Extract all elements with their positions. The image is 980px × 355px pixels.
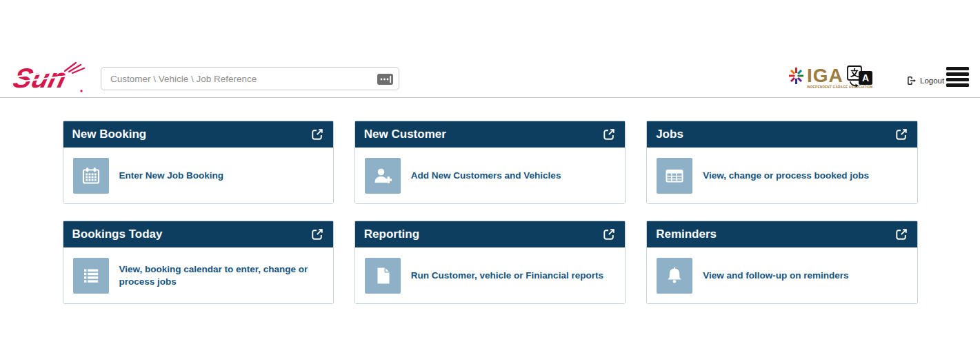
card-reporting[interactable]: Reporting Run Customer, vehicle or Finia… (354, 221, 626, 304)
icon-tile (365, 258, 401, 294)
card-jobs[interactable]: Jobs View, chan (646, 121, 917, 204)
card-title: Bookings Today (72, 227, 163, 241)
sun-logo-icon[interactable]: Sun (7, 62, 92, 95)
card-description: View, change or process booked jobs (703, 170, 869, 182)
bell-icon (664, 265, 685, 286)
sun-logo-text: Sun (10, 63, 70, 94)
card-title: Reporting (364, 227, 419, 241)
calendar-icon (81, 165, 101, 186)
card-title: New Booking (72, 128, 147, 141)
card-reporting-body: Run Customer, vehicle or Finiancial repo… (355, 247, 625, 303)
card-reporting-header: Reporting (355, 221, 625, 247)
card-description: Enter New Job Booking (119, 170, 224, 182)
external-link-icon[interactable] (894, 128, 908, 141)
card-description: Run Customer, vehicle or Finiancial repo… (411, 270, 603, 282)
card-new-customer-header: New Customer (355, 121, 625, 148)
external-link-icon[interactable] (602, 128, 616, 141)
card-reminders[interactable]: Reminders View and follow-up on reminder… (646, 221, 917, 304)
card-description: Add New Customers and Vehicles (411, 170, 561, 182)
logout-label: Logout (920, 77, 944, 85)
card-title: New Customer (364, 128, 446, 141)
card-description: View, booking calendar to enter, change … (119, 263, 323, 288)
dashboard-card-grid: New Booking Enter (63, 121, 918, 304)
logout-icon (907, 76, 917, 85)
table-icon (664, 165, 685, 186)
card-title: Jobs (656, 128, 683, 141)
card-bookings-today-body: View, booking calendar to enter, change … (63, 247, 333, 303)
icon-tile (73, 158, 109, 194)
icon-tile (73, 258, 109, 294)
logout-button[interactable]: Logout (907, 76, 944, 85)
external-link-icon[interactable] (310, 128, 324, 141)
card-reminders-header: Reminders (647, 221, 917, 247)
external-link-icon[interactable] (310, 227, 324, 241)
card-new-booking-header: New Booking (63, 121, 333, 148)
autofill-icon[interactable] (377, 74, 393, 85)
translate-icon[interactable]: A (846, 62, 874, 91)
header-bar: Sun (0, 0, 980, 98)
card-reminders-body: View and follow-up on reminders (647, 247, 917, 303)
document-icon (372, 265, 393, 286)
search-input[interactable] (101, 68, 368, 90)
external-link-icon[interactable] (894, 227, 908, 241)
card-jobs-header: Jobs (647, 121, 917, 148)
external-link-icon[interactable] (602, 227, 616, 241)
card-jobs-body: View, change or process booked jobs (647, 148, 917, 203)
registered-mark-dot (80, 90, 82, 92)
card-bookings-today-header: Bookings Today (63, 221, 333, 247)
person-add-icon (372, 165, 393, 186)
card-description: View and follow-up on reminders (703, 270, 848, 282)
icon-tile (657, 258, 692, 294)
card-bookings-today[interactable]: Bookings Today View, booking calendar (63, 221, 334, 304)
global-search (101, 67, 399, 90)
hamburger-menu-icon[interactable] (946, 67, 969, 87)
card-new-customer[interactable]: New Customer Add New Customers and Vehic… (354, 121, 626, 204)
card-new-booking-body: Enter New Job Booking (63, 148, 333, 203)
list-icon (81, 265, 101, 286)
translate-glyph: A (862, 72, 869, 83)
card-new-customer-body: Add New Customers and Vehicles (355, 148, 625, 203)
card-new-booking[interactable]: New Booking Enter (63, 121, 334, 204)
icon-tile (657, 158, 692, 194)
card-title: Reminders (656, 227, 717, 241)
icon-tile (365, 158, 401, 194)
iga-starburst-icon (787, 65, 806, 86)
